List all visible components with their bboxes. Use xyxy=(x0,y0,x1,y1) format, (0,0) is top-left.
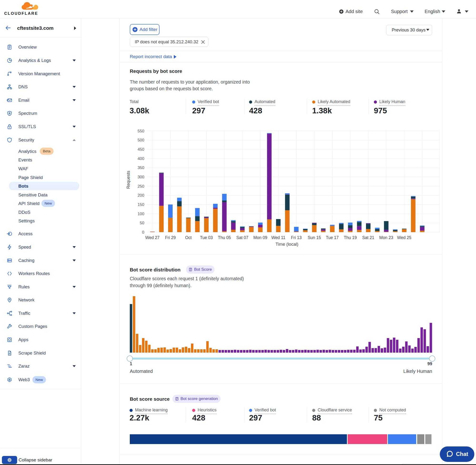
svg-text:Sat 21: Sat 21 xyxy=(362,235,374,240)
svg-text:350: 350 xyxy=(138,166,144,170)
svg-text:Wed 27: Wed 27 xyxy=(145,235,159,240)
svg-text:300: 300 xyxy=(138,175,144,179)
svg-text:Wed 25: Wed 25 xyxy=(397,235,412,240)
svg-text:Wed 11: Wed 11 xyxy=(271,235,285,240)
svg-text:150: 150 xyxy=(138,202,144,207)
svg-text:Time (local): Time (local) xyxy=(275,242,298,247)
svg-text:Thu 19: Thu 19 xyxy=(344,235,357,240)
svg-text:Tue 17: Tue 17 xyxy=(326,235,338,240)
svg-text:Oct: Oct xyxy=(185,235,191,240)
svg-text:550: 550 xyxy=(138,129,144,133)
svg-text:500: 500 xyxy=(138,138,144,142)
svg-text:Fri 29: Fri 29 xyxy=(165,235,176,240)
svg-text:Sun 15: Sun 15 xyxy=(308,235,321,240)
svg-text:Sat 07: Sat 07 xyxy=(236,235,248,240)
svg-text:Fri 13: Fri 13 xyxy=(291,235,302,240)
svg-text:250: 250 xyxy=(138,184,144,189)
svg-text:200: 200 xyxy=(138,193,144,198)
svg-text:0: 0 xyxy=(142,230,144,234)
svg-text:Thu 05: Thu 05 xyxy=(218,235,231,240)
svg-text:100: 100 xyxy=(138,212,144,216)
svg-text:Mon 23: Mon 23 xyxy=(379,235,393,240)
svg-text:Mon 09: Mon 09 xyxy=(253,235,267,240)
svg-text:50: 50 xyxy=(140,221,144,225)
svg-text:Requests: Requests xyxy=(126,171,131,189)
svg-text:Tue 03: Tue 03 xyxy=(200,235,213,240)
svg-text:450: 450 xyxy=(138,147,144,152)
svg-text:400: 400 xyxy=(138,157,144,161)
